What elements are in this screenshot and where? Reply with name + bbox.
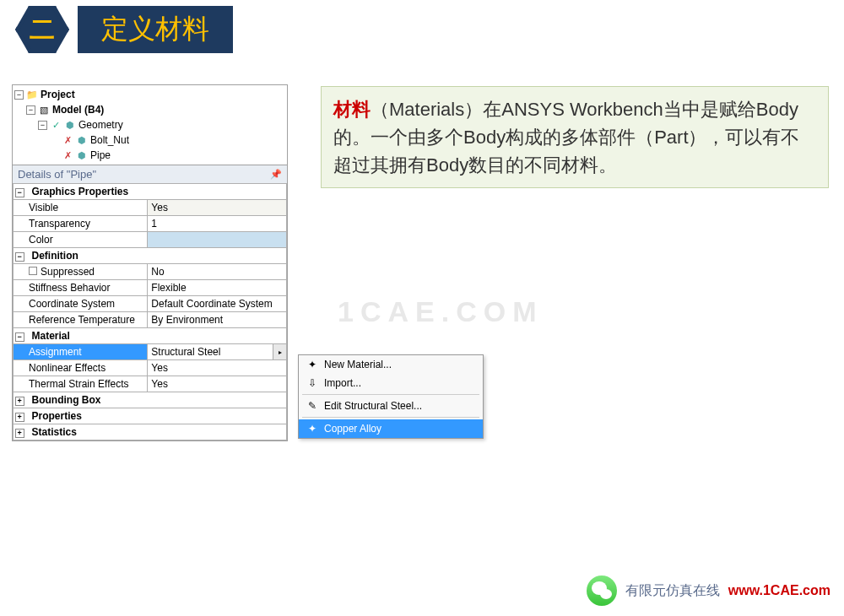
tree-label: Pipe <box>90 149 111 161</box>
prop-value-color[interactable] <box>148 232 287 248</box>
group-graphics-properties[interactable]: − Graphics Properties <box>14 184 287 200</box>
footer-text-cn: 有限元仿真在线 <box>625 582 720 600</box>
new-material-icon: ✦ <box>304 359 321 370</box>
prop-key: Assignment <box>14 344 148 360</box>
expander-icon[interactable]: − <box>14 90 24 100</box>
menu-separator <box>302 394 479 395</box>
prop-value[interactable]: By Environment <box>148 312 287 328</box>
group-material[interactable]: − Material <box>14 328 287 344</box>
group-label: Material <box>29 328 287 344</box>
check-icon: ✓ <box>50 119 62 131</box>
edit-icon: ✎ <box>304 400 321 412</box>
prop-key: Color <box>14 232 148 248</box>
menu-copper-alloy[interactable]: ✦ Copper Alloy <box>299 419 483 438</box>
prop-key: Coordinate System <box>14 296 148 312</box>
info-callout: 材料（Materials）在ANSYS Workbench当中是赋给Body的。… <box>321 86 829 188</box>
hexagon-number: 二 <box>30 13 55 47</box>
prop-value[interactable]: Yes <box>148 360 287 376</box>
prop-row[interactable]: SuppressedNo <box>14 264 287 280</box>
prop-value[interactable]: Flexible <box>148 280 287 296</box>
prop-key: Nonlinear Effects <box>14 360 148 376</box>
details-table: − Graphics Properties VisibleYes Transpa… <box>13 183 287 440</box>
suppressed-icon: ✗ <box>62 134 73 146</box>
tree-label: Model (B4) <box>52 104 104 116</box>
prop-key: Visible <box>14 200 148 216</box>
menu-label: Import... <box>324 377 361 389</box>
prop-value[interactable]: Yes <box>148 200 287 216</box>
collapse-icon[interactable]: − <box>15 252 24 262</box>
group-label: Graphics Properties <box>29 184 287 200</box>
menu-import[interactable]: ⇩ Import... <box>299 374 483 392</box>
menu-separator <box>302 417 479 418</box>
prop-row[interactable]: Stiffness BehaviorFlexible <box>14 280 287 296</box>
tree-node-body[interactable]: ✗ ⬢ Pipe <box>48 148 287 163</box>
prop-value[interactable]: No <box>148 264 287 280</box>
menu-edit-material[interactable]: ✎ Edit Structural Steel... <box>299 397 483 415</box>
tree-label: Geometry <box>78 119 123 131</box>
tree-node-body[interactable]: ✗ ⬢ Bolt_Nut <box>48 132 287 148</box>
prop-value[interactable]: 1 <box>148 216 287 232</box>
expand-icon[interactable]: + <box>15 397 24 406</box>
prop-key: Stiffness Behavior <box>14 280 148 296</box>
group-properties[interactable]: + Properties <box>14 408 287 424</box>
prop-row[interactable]: VisibleYes <box>14 200 287 216</box>
prop-value[interactable]: Yes <box>148 376 287 392</box>
group-label: Properties <box>29 408 287 424</box>
tree-node-model[interactable]: − ▧ Model (B4) <box>24 102 287 117</box>
prop-row[interactable]: Thermal Strain EffectsYes <box>14 376 287 392</box>
tree-label: Bolt_Nut <box>90 134 129 146</box>
project-tree[interactable]: − 📁 Project − ▧ Model (B4) − ✓ ⬢ Geometr… <box>13 85 287 165</box>
info-keyword: 材料 <box>333 99 371 120</box>
menu-new-material[interactable]: ✦ New Material... <box>299 355 483 374</box>
expander-icon[interactable]: − <box>26 105 35 115</box>
menu-label: Edit Structural Steel... <box>324 400 422 412</box>
footer: 有限元仿真在线 www.1CAE.com <box>587 575 830 606</box>
prop-row[interactable]: Coordinate SystemDefault Coordinate Syst… <box>14 296 287 312</box>
group-label: Definition <box>29 248 287 264</box>
header-hexagon: 二 <box>15 6 69 53</box>
prop-key: Reference Temperature <box>14 312 148 328</box>
material-icon: ✦ <box>304 423 321 435</box>
slide-title: 定义材料 <box>78 6 233 53</box>
material-dropdown[interactable]: Structural Steel▸ <box>148 344 287 360</box>
expand-icon[interactable]: + <box>15 429 24 438</box>
details-title-prefix: Details of " <box>18 168 70 181</box>
material-context-menu[interactable]: ✦ New Material... ⇩ Import... ✎ Edit Str… <box>298 354 484 439</box>
geometry-icon: ⬢ <box>64 119 76 131</box>
info-text: （Materials）在ANSYS Workbench当中是赋给Body的。一个… <box>333 99 800 176</box>
details-title-subject: Pipe <box>70 168 92 181</box>
wechat-icon <box>587 575 617 606</box>
group-definition[interactable]: − Definition <box>14 248 287 264</box>
watermark: 1CAE.COM <box>338 295 543 328</box>
group-bounding-box[interactable]: + Bounding Box <box>14 392 287 408</box>
pin-icon[interactable]: 📌 <box>270 169 282 180</box>
prop-row-assignment[interactable]: Assignment Structural Steel▸ <box>14 344 287 360</box>
group-label: Statistics <box>29 424 287 440</box>
menu-label: New Material... <box>324 359 392 370</box>
checkbox-icon[interactable] <box>29 267 37 275</box>
prop-key: Thermal Strain Effects <box>14 376 148 392</box>
prop-value[interactable]: Default Coordinate System <box>148 296 287 312</box>
tree-node-geometry[interactable]: − ✓ ⬢ Geometry <box>36 117 287 132</box>
project-icon: 📁 <box>26 89 38 100</box>
outline-panel: − 📁 Project − ▧ Model (B4) − ✓ ⬢ Geometr… <box>12 84 288 441</box>
tree-node-project[interactable]: − 📁 Project <box>13 87 287 102</box>
suppressed-icon: ✗ <box>62 149 73 161</box>
expander-icon[interactable]: − <box>38 121 47 130</box>
prop-row[interactable]: Transparency1 <box>14 216 287 232</box>
model-icon: ▧ <box>38 104 50 116</box>
expand-icon[interactable]: + <box>15 413 24 422</box>
chevron-right-icon[interactable]: ▸ <box>273 344 286 359</box>
prop-key: Transparency <box>14 216 148 232</box>
group-statistics[interactable]: + Statistics <box>14 424 287 440</box>
slide-header: 二 定义材料 <box>0 0 844 59</box>
prop-row[interactable]: Nonlinear EffectsYes <box>14 360 287 376</box>
group-label: Bounding Box <box>29 392 287 408</box>
body-icon: ⬢ <box>76 149 88 161</box>
footer-url: www.1CAE.com <box>728 583 830 598</box>
prop-row[interactable]: Color <box>14 232 287 248</box>
collapse-icon[interactable]: − <box>15 188 24 197</box>
prop-row[interactable]: Reference TemperatureBy Environment <box>14 312 287 328</box>
collapse-icon[interactable]: − <box>15 332 24 342</box>
details-panel-header: Details of "Pipe" 📌 <box>13 165 287 183</box>
